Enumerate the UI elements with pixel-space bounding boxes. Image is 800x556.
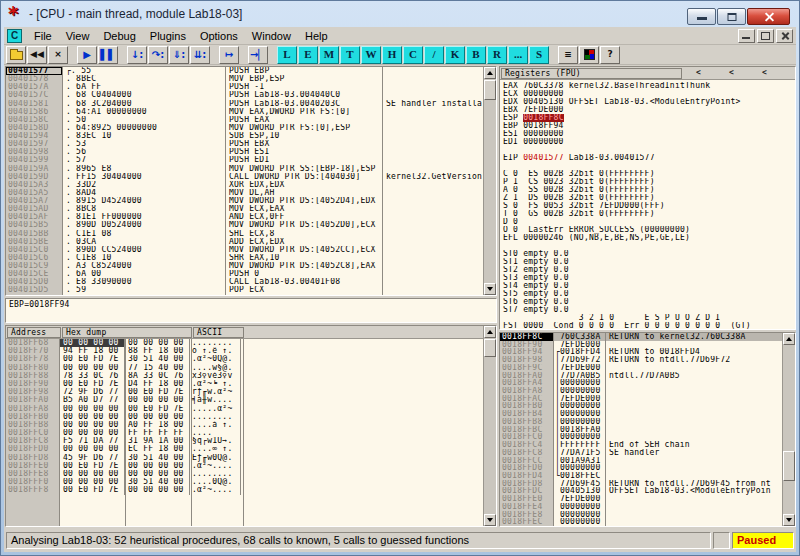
dump-row[interactable]: 0018FF8000 00 00 0077 15 40 00....w§@.: [6, 364, 496, 372]
menu-item-options[interactable]: Options: [193, 28, 245, 44]
disasm-row[interactable]: 00401598. 56PUSH ESI: [6, 148, 496, 156]
view-button-dots[interactable]: ...: [508, 46, 528, 64]
stack-row[interactable]: 0018FFA4│00000000: [500, 379, 795, 387]
view-button-e[interactable]: E: [298, 46, 318, 64]
register-row[interactable]: ST2 empty 0.0: [503, 266, 795, 274]
view-button-m[interactable]: M: [319, 46, 339, 64]
dump-row[interactable]: 0018FFB000 00 00 0000 00 00 00........: [6, 413, 496, 421]
register-row[interactable]: C 0 ES 002B 32bit 0(FFFFFFFF): [503, 170, 795, 178]
register-row[interactable]: EDI 00000000: [503, 138, 795, 146]
stack-row[interactable]: 0018FF907EFDE000: [500, 341, 795, 349]
register-row[interactable]: EBP 0018FF94: [503, 122, 795, 130]
log-window-button[interactable]: ≡: [558, 46, 578, 64]
register-row[interactable]: EFL 00000246 (NO,NB,E,BE,NS,PE,GE,LE): [503, 234, 795, 242]
mdi-close-button[interactable]: [776, 29, 793, 43]
disasm-row[interactable]: 00401597. 53PUSH EBX: [6, 140, 496, 148]
disasm-row[interactable]: 004015A7. 8915 D4524000MOV DWORD PTR DS:…: [6, 197, 496, 205]
view-button-h[interactable]: H: [382, 46, 402, 64]
stack-row[interactable]: 0018FFA0│77D7A0B5ntdll.77D7A0B5: [500, 372, 795, 380]
disasm-row[interactable]: 0040159D. FF15 30404000CALL DWORD PTR DS…: [6, 173, 496, 181]
register-row[interactable]: A 0 SS 002B 32bit 0(FFFFFFFF): [503, 186, 795, 194]
execute-till-return-button[interactable]: ↦: [219, 46, 239, 64]
disasm-row[interactable]: 004015A5. 8AD4MOV DL,AH: [6, 189, 496, 197]
register-row[interactable]: FST 0000 Cond 0 0 0 0 Err 0 0 0 0 0 0 0 …: [503, 322, 795, 330]
stack-row[interactable]: 0018FFBC│0018FFA0: [500, 426, 795, 434]
dump-row[interactable]: 0018FFA0B5 A0 D7 7700 00 00 00╡á╫w....: [6, 396, 496, 404]
dump-row[interactable]: 0018FF9000 E0 FD 7ED4 FF 18 00.α²~╘ ↑.: [6, 380, 496, 388]
dump-row[interactable]: 0018FFE000 E0 FD 7E00 00 00 00.α²~....: [6, 462, 496, 470]
dump-row[interactable]: 0018FFF000 00 00 0030 51 40 00....0Q@.: [6, 478, 496, 486]
stack-row[interactable]: 0018FFD4└0018FFEC: [500, 472, 795, 480]
menu-item-view[interactable]: View: [59, 28, 97, 44]
dump-row[interactable]: 0018FF6800 00 00 0000 00 00 00........: [6, 339, 496, 347]
disasm-row[interactable]: 0040157C. 68 C0404000PUSH Lab18-03.00404…: [6, 91, 496, 99]
disasm-row[interactable]: 004015BB. C1E1 08SHL ECX,8: [6, 230, 496, 238]
register-row[interactable]: ST4 empty 0.0: [503, 282, 795, 290]
registers-toggle-2[interactable]: <: [715, 69, 748, 77]
register-row[interactable]: [503, 146, 795, 154]
register-row[interactable]: ESI 00000000: [503, 130, 795, 138]
step-over-button[interactable]: ↷:: [148, 46, 168, 64]
scroll-thumb[interactable]: [783, 451, 795, 481]
disasm-row[interactable]: 00401581. 68 3C204000PUSH Lab18-03.00402…: [6, 100, 496, 108]
stack-row[interactable]: 0018FFDC00405130OFFSET Lab18-03.<ModuleE…: [500, 487, 795, 495]
register-row[interactable]: EDX 00405130 OFFSET Lab18-03.<ModuleEntr…: [503, 98, 795, 106]
info-pane[interactable]: EBP=0018FF94: [5, 298, 497, 323]
stack-row[interactable]: 0018FFEC00000000: [500, 518, 795, 526]
view-button-t[interactable]: T: [340, 46, 360, 64]
register-row[interactable]: ST0 empty 0.0: [503, 250, 795, 258]
view-button-r[interactable]: R: [487, 46, 507, 64]
stack-row[interactable]: 0018FFE800000000: [500, 511, 795, 519]
stack-row[interactable]: 0018FFC4│FFFFFFFFEnd of SEH chain: [500, 441, 795, 449]
disasm-row[interactable]: 00401594. 83EC 10SUB ESP,10: [6, 132, 496, 140]
stack-row[interactable]: 0018FF94┌0018FFD4RETURN to 0018FFD4: [500, 348, 795, 356]
stack-row[interactable]: 0018FF98│77D69F72RETURN to ntdll.77D69F7…: [500, 356, 795, 364]
scroll-up-button[interactable]: [484, 67, 496, 79]
scroll-thumb[interactable]: [484, 80, 496, 100]
dump-row[interactable]: 0018FFA800 00 00 0000 E0 FD 7E.....α²~: [6, 405, 496, 413]
disasm-row[interactable]: 004015BE. 03CAADD ECX,EDX: [6, 238, 496, 246]
disasm-row[interactable]: 00401577┌. 55PUSH EBP: [6, 67, 496, 75]
register-row[interactable]: D 0: [503, 218, 795, 226]
scroll-down-button[interactable]: [484, 283, 496, 295]
view-button-k[interactable]: K: [445, 46, 465, 64]
disasm-row[interactable]: 0040158C. 50PUSH EAX: [6, 116, 496, 124]
register-row[interactable]: EAX 760C3378 kernel32.BaseThreadInitThun…: [503, 82, 795, 90]
view-button-s[interactable]: S: [529, 46, 549, 64]
register-row[interactable]: EBX 7EFDE000: [503, 106, 795, 114]
trace-over-button[interactable]: ⇊:: [190, 46, 210, 64]
stack-row[interactable]: 0018FFE07EFDE000: [500, 495, 795, 503]
register-row[interactable]: ST5 empty 0.0: [503, 290, 795, 298]
trace-into-button[interactable]: ⇓:: [169, 46, 189, 64]
disasm-row[interactable]: 004015A3. 33D2XOR EDX,EDX: [6, 181, 496, 189]
register-row[interactable]: EIP 00401577 Lab18-03.00401577: [503, 154, 795, 162]
stack-row[interactable]: 0018FFC0│00000000: [500, 433, 795, 441]
disasm-row[interactable]: 004015B5. 890D D0524000MOV DWORD PTR DS:…: [6, 221, 496, 229]
disasm-row[interactable]: 004015AF. 81E1 FF000000AND ECX,0FF: [6, 213, 496, 221]
view-button-l[interactable]: L: [277, 46, 297, 64]
register-row[interactable]: P 1 CS 0023 32bit 0(FFFFFFFF): [503, 178, 795, 186]
disasm-row[interactable]: 004015C6. C1E8 10SHR EAX,10: [6, 254, 496, 262]
menu-item-file[interactable]: File: [27, 28, 59, 44]
disasm-row[interactable]: 00401578. 8BECMOV EBP,ESP: [6, 75, 496, 83]
stack-row[interactable]: 0018FFCC│001A9A31: [500, 457, 795, 465]
stack-row[interactable]: 0018FFB4│00000000: [500, 410, 795, 418]
dump-row[interactable]: 0018FFB800 00 00 00A0 FF 18 00....á ↑.: [6, 421, 496, 429]
dump-row[interactable]: 0018FF9872 9F D6 7700 E0 FD 7Erƒ╓w.α²~: [6, 388, 496, 396]
close-button[interactable]: [747, 8, 790, 25]
mdi-restore-button[interactable]: [757, 29, 774, 43]
disasm-row[interactable]: 0040159A. 8965 E8MOV DWORD PTR SS:[EBP-1…: [6, 165, 496, 173]
disasm-row[interactable]: 004015AD. 8BC8MOV ECX,EAX: [6, 205, 496, 213]
title-bar[interactable]: * - [CPU - main thread, module Lab18-03]: [1, 1, 799, 27]
register-row[interactable]: ST1 empty 0.0: [503, 258, 795, 266]
stack-row[interactable]: 0018FF9C│7EFDE000: [500, 364, 795, 372]
register-row[interactable]: ESP 0018FF8C: [503, 114, 795, 122]
stack-row[interactable]: 0018FF8C760C338ARETURN to kernel32.760C3…: [500, 333, 795, 341]
dump-row[interactable]: 0018FFD000 00 00 00EC FF 18 00....∞ ↑.: [6, 445, 496, 453]
menu-item-debug[interactable]: Debug: [96, 28, 142, 44]
stack-row[interactable]: 0018FFB8│00000000: [500, 418, 795, 426]
open-button[interactable]: [6, 46, 26, 64]
disasm-row[interactable]: 0040158D. 64:8925 00000000MOV DWORD PTR …: [6, 124, 496, 132]
scroll-down-button[interactable]: [484, 514, 496, 526]
stack-row[interactable]: 0018FFB0│00000000: [500, 402, 795, 410]
